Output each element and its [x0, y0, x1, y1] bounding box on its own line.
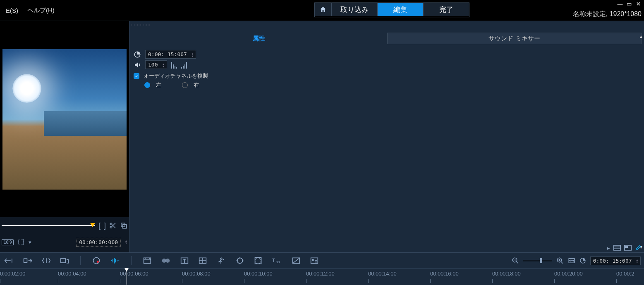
- mode-tab-share[interactable]: 完了: [424, 3, 469, 16]
- chevron-down-icon[interactable]: ▾: [29, 239, 31, 245]
- media-icon[interactable]: [143, 257, 151, 264]
- split-icon[interactable]: [42, 257, 50, 264]
- duplicate-channel-label: オーディオチャネルを複製: [144, 72, 208, 80]
- radio-right[interactable]: [182, 82, 188, 88]
- svg-point-18: [220, 258, 222, 259]
- pan-zoom-icon[interactable]: [254, 256, 262, 265]
- playhead[interactable]: [127, 269, 127, 285]
- svg-rect-6: [614, 245, 621, 250]
- timeline-toolbar: T3D 0:00: 15:007 ▲▼: [0, 253, 644, 269]
- resize-preview-icon[interactable]: [18, 239, 24, 245]
- svg-rect-10: [61, 259, 66, 263]
- mask-icon[interactable]: [292, 257, 300, 264]
- grid-icon[interactable]: [199, 257, 207, 264]
- 3d-title-icon[interactable]: T3D: [272, 257, 282, 264]
- svg-point-19: [237, 258, 242, 263]
- home-icon: [319, 6, 327, 13]
- motion-icon[interactable]: [217, 256, 226, 265]
- duration-stepper[interactable]: ▲▼: [192, 52, 194, 57]
- maximize-button[interactable]: ▭: [626, 1, 632, 7]
- record-icon[interactable]: [92, 256, 101, 265]
- svg-text:3D: 3D: [276, 260, 280, 264]
- svg-rect-8: [625, 246, 627, 248]
- cut-icon[interactable]: [109, 222, 117, 229]
- progress-bar[interactable]: [2, 225, 95, 226]
- timecode-stepper[interactable]: ▲▼: [125, 240, 127, 245]
- preview-panel: [ ] 16:9 ▾ 00:00:00:000 ▲▼: [0, 21, 129, 252]
- title-icon[interactable]: [180, 257, 189, 264]
- preview-canvas[interactable]: [0, 21, 129, 217]
- view-timeline-icon[interactable]: [624, 245, 632, 251]
- chroma-icon[interactable]: [310, 257, 318, 264]
- tracking-icon[interactable]: [236, 256, 244, 265]
- close-button[interactable]: ✕: [635, 1, 642, 7]
- radio-right-label: 右: [194, 81, 199, 89]
- tab-sound-mixer[interactable]: サウンド ミキサー: [387, 33, 642, 44]
- radio-left-label: 左: [156, 81, 161, 89]
- project-duration-field[interactable]: 0:00: 15:007 ▲▼: [590, 256, 641, 265]
- svg-rect-9: [24, 259, 27, 262]
- transport-bar: [ ]: [0, 217, 129, 234]
- volume-icon: [134, 61, 141, 69]
- project-duration-icon: [579, 257, 586, 264]
- fade-out-icon[interactable]: [181, 61, 187, 69]
- duration-icon: [134, 51, 141, 58]
- edit-icon[interactable]: [635, 245, 642, 251]
- duration-field[interactable]: 0:00: 15:007 ▲▼: [145, 50, 196, 59]
- scroll-right-icon[interactable]: ▸: [607, 245, 610, 251]
- svg-point-11: [93, 258, 100, 264]
- mode-tab-home[interactable]: [315, 3, 332, 16]
- scroll-up-icon[interactable]: ▴: [640, 33, 642, 39]
- zoom-slider[interactable]: [523, 260, 552, 261]
- mode-tab-capture[interactable]: 取り込み: [332, 3, 378, 16]
- fade-in-icon[interactable]: [171, 61, 177, 69]
- options-panel: ::::::::::::: 属性 サウンド ミキサー 0:00: 15:007 …: [129, 21, 644, 252]
- undo-icon[interactable]: [4, 257, 13, 264]
- svg-rect-13: [144, 258, 151, 263]
- transition-icon[interactable]: [161, 257, 170, 264]
- preview-timecode[interactable]: 00:00:00:000: [76, 238, 121, 247]
- duplicate-channel-checkbox[interactable]: ✓: [134, 73, 139, 79]
- ripple-icon[interactable]: [23, 257, 32, 264]
- zoom-out-icon[interactable]: [512, 257, 519, 264]
- panel-grip[interactable]: :::::::::::::: [131, 24, 151, 26]
- timeline-ruler[interactable]: 0:00:02:0000:00:04:0000;00:06:0000:00:08…: [0, 269, 644, 285]
- zoom-in-icon[interactable]: [556, 257, 564, 264]
- mode-tab-edit[interactable]: 編集: [378, 3, 424, 16]
- volume-field[interactable]: 100 ▲▼: [145, 60, 167, 69]
- svg-rect-20: [255, 258, 261, 264]
- audio-icon[interactable]: [110, 257, 120, 264]
- minimize-button[interactable]: —: [617, 1, 623, 7]
- mark-in-button[interactable]: [: [98, 221, 101, 230]
- aspect-badge[interactable]: 16:9: [2, 239, 14, 245]
- svg-text:T: T: [272, 258, 275, 264]
- svg-point-12: [97, 261, 99, 263]
- svg-rect-4: [19, 240, 24, 245]
- group-icon[interactable]: [60, 257, 69, 264]
- svg-point-15: [165, 259, 170, 263]
- snapshot-icon[interactable]: [120, 222, 127, 229]
- menu-help[interactable]: ヘルプ(H): [25, 5, 57, 16]
- fit-project-icon[interactable]: [568, 257, 575, 264]
- tab-attributes[interactable]: 属性: [132, 33, 385, 44]
- titlebar: E(S) ヘルプ(H) 取り込み 編集 完了 — ▭ ✕ 名称未設定, 1920…: [0, 0, 644, 21]
- radio-left[interactable]: [144, 82, 150, 88]
- project-info: 名称未設定, 1920*1080: [573, 10, 642, 19]
- mark-out-button[interactable]: ]: [104, 221, 106, 230]
- timeline: T3D 0:00: 15:007 ▲▼ 0:00:02:0000:00:04:0…: [0, 252, 644, 285]
- panel-scrollbar[interactable]: ▴ ▾: [639, 33, 644, 252]
- view-storyboard-icon[interactable]: [613, 245, 621, 251]
- menu-settings[interactable]: E(S): [3, 5, 21, 16]
- volume-stepper[interactable]: ▲▼: [163, 63, 164, 68]
